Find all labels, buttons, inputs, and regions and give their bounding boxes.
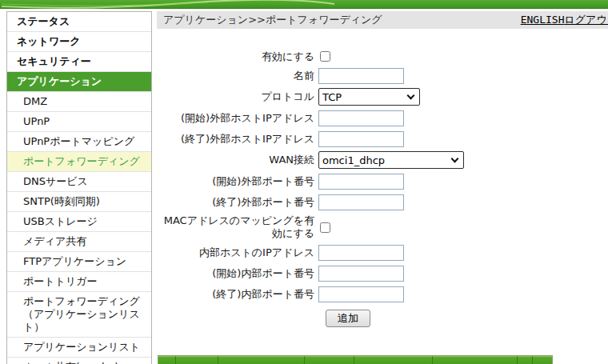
internal-host-ip-label: 内部ホストのIPアドレス [157,246,318,259]
sidebar-item-sntp[interactable]: SNTP(時刻同期) [7,192,151,212]
port-forwarding-form: 有効にする名前プロトコルTCP(開始)外部ホストIPアドレス(終了)外部ホストI… [157,50,605,331]
wan-connection-label: WAN接続 [157,154,318,166]
form-row-internal-port-end: (終了)内部ポート番号 [157,286,605,302]
enable-mac-mapping-label: MACアドレスのマッピングを有効にする [157,214,318,240]
name-label: 名前 [157,70,318,82]
breadcrumb: アプリケーション>>ポートフォワーディング [157,11,382,29]
sidebar-item-port-forwarding-app-list[interactable]: ポートフォワーディング（アプリケーションリスト） [7,292,151,338]
wan-connection-select-wrap: omci1_dhcp [318,151,464,169]
sidebar-item-ftp-application[interactable]: FTPアプリケーション [7,252,151,272]
form-row-external-ip-start: (開始)外部ホストIPアドレス [157,110,605,126]
main-header: アプリケーション>>ポートフォワーディング ENGLISHログアウト [157,11,608,29]
banner-swirl-icon [0,0,336,9]
result-header-cell-3 [305,356,354,364]
form-row-internal-host-ip: 内部ホストのIPアドレス [157,244,605,261]
sidebar-item-home-sharing-samba[interactable]: ホーム共有(samba) [7,358,151,364]
wan-connection-select[interactable]: omci1_dhcp [318,151,464,169]
result-header-cell-6 [518,356,533,364]
result-table-header [158,355,553,364]
sidebar-item-dmz[interactable]: DMZ [7,92,151,112]
sidebar-item-media-sharing[interactable]: メディア共有 [7,232,151,252]
external-ip-start-label: (開始)外部ホストIPアドレス [157,112,318,125]
internal-port-start-input[interactable] [318,266,404,282]
internal-port-start-label: (開始)内部ポート番号 [157,267,318,280]
enable-label: 有効にする [157,50,318,63]
sidebar-item-usb-storage[interactable]: USBストレージ [7,212,151,232]
protocol-select-wrap: TCP [318,88,420,106]
form-row-external-port-end: (終了)外部ポート番号 [157,194,605,210]
result-header-cell-2 [218,356,305,364]
sidebar-item-upnp[interactable]: UPnP [7,112,151,132]
logout-link[interactable]: ログアウト [564,14,608,26]
result-header-cell-7 [533,356,552,364]
internal-host-ip-input[interactable] [318,245,404,261]
protocol-select[interactable]: TCP [318,88,420,106]
result-header-cell-4 [354,356,433,364]
form-row-internal-port-start: (開始)内部ポート番号 [157,265,605,282]
result-header-cell-5 [433,356,518,364]
external-port-end-input[interactable] [318,194,404,210]
internal-port-end-input[interactable] [318,286,404,302]
sidebar-item-status[interactable]: ステータス [7,12,151,32]
top-banner [0,0,608,9]
name-input[interactable] [318,68,404,84]
external-port-end-label: (終了)外部ポート番号 [157,196,318,209]
form-row-external-ip-end: (終了)外部ホストIPアドレス [157,130,605,147]
sidebar-item-security[interactable]: セキュリティー [7,52,151,72]
form-row-enable: 有効にする [157,50,605,63]
add-button[interactable]: 追加 [326,310,370,327]
external-ip-start-input[interactable] [318,110,404,126]
sidebar-item-port-forwarding[interactable]: ポートフォワーディング [7,152,151,172]
sidebar-item-application[interactable]: アプリケーション [7,72,151,92]
button-row: 追加 [157,310,605,327]
result-header-cell-0 [158,356,176,364]
sidebar-item-application-list[interactable]: アプリケーションリスト [7,338,151,358]
form-row-protocol: プロトコルTCP [157,88,605,106]
form-row-wan-connection: WAN接続omci1_dhcp [157,151,605,169]
internal-port-end-label: (終了)内部ポート番号 [157,288,318,301]
enable-checkbox[interactable] [320,51,330,62]
sidebar-item-port-trigger[interactable]: ポートトリガー [7,272,151,292]
external-port-start-input[interactable] [318,174,404,190]
result-header-cell-1 [176,356,218,364]
form-rows: 有効にする名前プロトコルTCP(開始)外部ホストIPアドレス(終了)外部ホストI… [157,50,605,302]
external-ip-end-label: (終了)外部ホストIPアドレス [157,133,318,146]
form-row-external-port-start: (開始)外部ポート番号 [157,173,605,190]
header-links: ENGLISHログアウト [521,11,608,29]
sidebar-item-dns-service[interactable]: DNSサービス [7,172,151,192]
sidebar: ステータスネットワークセキュリティーアプリケーションDMZUPnPUPnPポート… [6,11,152,364]
sidebar-item-upnp-port-mapping[interactable]: UPnPポートマッピング [7,132,151,152]
external-ip-end-input[interactable] [318,131,404,147]
form-row-enable-mac-mapping: MACアドレスのマッピングを有効にする [157,214,605,240]
sidebar-item-network[interactable]: ネットワーク [7,32,151,52]
english-link[interactable]: ENGLISH [521,14,565,26]
protocol-label: プロトコル [157,90,318,103]
form-row-name: 名前 [157,67,605,84]
external-port-start-label: (開始)外部ポート番号 [157,175,318,188]
enable-mac-mapping-checkbox[interactable] [320,222,330,233]
